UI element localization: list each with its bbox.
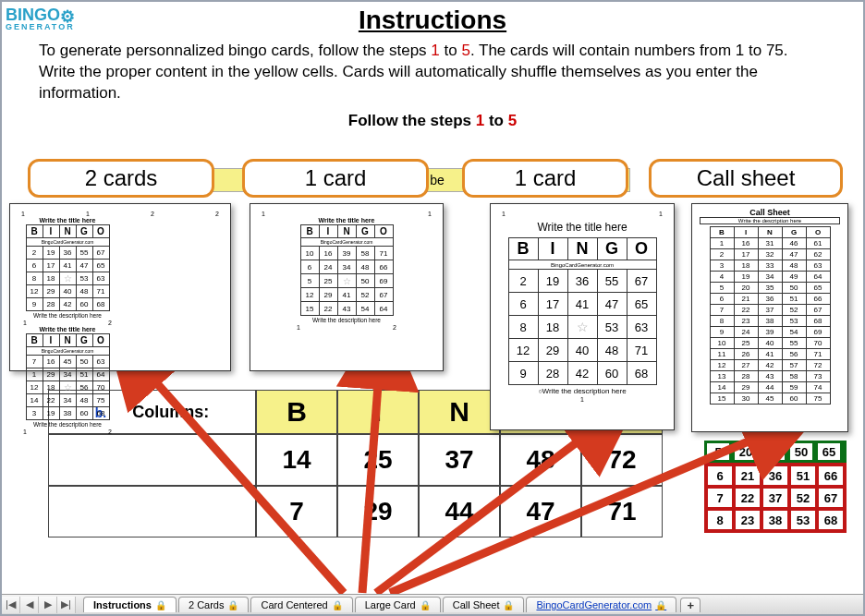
lock-icon: 🔒 bbox=[655, 600, 666, 610]
green-row: 520355065 bbox=[704, 441, 847, 463]
large-card-desc: Write the description here bbox=[542, 387, 627, 395]
label-1-card-large: 1 card bbox=[462, 159, 628, 198]
logo: BINGO⚙ GENERATOR bbox=[6, 6, 75, 30]
red-cell: 68 bbox=[817, 509, 845, 531]
mini-card-a: Write the title hereBINGOBingoCardGenera… bbox=[18, 217, 117, 326]
green-cell: 35 bbox=[760, 441, 787, 463]
number-row-2: 729444771 bbox=[256, 486, 663, 537]
green-cell: 65 bbox=[815, 441, 843, 463]
logo-text: BINGO bbox=[6, 6, 60, 24]
red-cell: 23 bbox=[734, 509, 761, 531]
pagenum: 1 bbox=[428, 211, 432, 217]
sheet-tab[interactable]: 2 Cards🔒 bbox=[178, 597, 250, 612]
label-call-sheet: Call sheet bbox=[649, 159, 843, 198]
red-cell: 66 bbox=[817, 465, 845, 487]
intro-pre: To generate personnalized bingo cards, f… bbox=[39, 42, 431, 59]
tab-label: Instructions bbox=[93, 599, 152, 610]
tab-label: 2 Cards bbox=[189, 599, 225, 610]
large-card-title: Write the title here bbox=[496, 221, 668, 234]
lock-icon: 🔒 bbox=[503, 600, 514, 610]
yellow-header-cell[interactable]: B bbox=[256, 390, 337, 434]
logo-subtext: GENERATOR bbox=[6, 24, 75, 30]
nav-next-button[interactable]: ▶ bbox=[39, 597, 57, 613]
label-1-card-centered: 1 card bbox=[242, 159, 429, 198]
yellow-header-cell[interactable]: N bbox=[419, 390, 500, 434]
number-cell: 72 bbox=[581, 434, 663, 486]
call-sheet-table: BINGO11631466121732476231833486341934496… bbox=[710, 226, 831, 405]
number-cell: 25 bbox=[337, 434, 419, 486]
follow-five: 5 bbox=[508, 112, 517, 129]
green-cell: 20 bbox=[732, 441, 760, 463]
red-cell: 37 bbox=[761, 487, 789, 509]
intro-step-one: 1 bbox=[431, 42, 439, 59]
pagenum: 1 bbox=[580, 396, 584, 403]
number-cell: 44 bbox=[419, 486, 500, 537]
red-cell: 8 bbox=[706, 509, 734, 531]
red-cell: 52 bbox=[789, 487, 817, 509]
pagenum: 1 bbox=[21, 211, 25, 217]
sheet-tab[interactable]: Card Centered🔒 bbox=[250, 597, 352, 612]
follow-steps: Follow the steps 1 to 5 bbox=[2, 112, 863, 130]
tab-label: Card Centered bbox=[261, 599, 327, 610]
number-cell: 7 bbox=[256, 486, 337, 537]
lock-icon: 🔒 bbox=[420, 600, 431, 610]
thumbnail-large-card: 11 Write the title here BINGOBingoCardGe… bbox=[490, 203, 675, 430]
sheet-tab[interactable]: Instructions🔒 bbox=[83, 597, 177, 612]
pagenum: 1 bbox=[502, 211, 506, 217]
yellow-header-cell[interactable]: I bbox=[337, 390, 419, 434]
pagenum: 1 bbox=[86, 211, 90, 217]
follow-pre: Follow the steps bbox=[348, 112, 476, 129]
number-cell: 29 bbox=[337, 486, 419, 537]
lock-icon: 🔒 bbox=[155, 600, 166, 610]
mini-card-b: Write the title hereBINGOBingoCardGenera… bbox=[18, 326, 117, 435]
number-cell: 14 bbox=[256, 434, 337, 486]
red-cell: 22 bbox=[734, 487, 761, 509]
pagenum: 2 bbox=[151, 211, 154, 217]
thumbnail-card-centered: 11 Write the title hereBINGOBingoCardGen… bbox=[250, 203, 444, 371]
red-cell: 21 bbox=[734, 465, 761, 487]
red-cell: 67 bbox=[817, 487, 845, 509]
call-sheet-title: Call Sheet bbox=[696, 208, 844, 217]
call-sheet-desc: Write the description here bbox=[700, 217, 840, 224]
number-cell: 48 bbox=[500, 434, 581, 486]
thumbnail-2-cards: 1122 Write the title hereBINGOBingoCardG… bbox=[9, 203, 231, 371]
sheet-tab[interactable]: Call Sheet🔒 bbox=[443, 597, 525, 612]
tab-label: Call Sheet bbox=[453, 599, 500, 610]
add-sheet-button[interactable]: + bbox=[680, 598, 701, 612]
nav-prev-button[interactable]: ◀ bbox=[20, 597, 39, 613]
lock-icon: 🔒 bbox=[227, 600, 238, 610]
tab-label: BingoCardGenerator.com bbox=[536, 599, 652, 610]
pagenum: 1 bbox=[659, 211, 663, 217]
pagenum: 2 bbox=[215, 211, 219, 217]
red-cell: 53 bbox=[789, 509, 817, 531]
red-cell: 36 bbox=[761, 465, 789, 487]
nav-last-button[interactable]: ▶| bbox=[57, 597, 76, 613]
nav-first-button[interactable]: |◀ bbox=[2, 597, 20, 613]
side-board: 520355065 621365166722375267823385368 bbox=[704, 441, 847, 533]
number-row-1: 1425374872 bbox=[256, 434, 663, 486]
sheet-tab[interactable]: Large Card🔒 bbox=[355, 597, 441, 612]
intro-step-five: 5 bbox=[461, 42, 469, 59]
pagenum: 1 bbox=[262, 211, 265, 217]
number-cell: 37 bbox=[419, 434, 500, 486]
sheet-tab-bar: |◀ ◀ ▶ ▶| Instructions🔒2 Cards🔒Card Cent… bbox=[2, 594, 863, 614]
follow-one: 1 bbox=[476, 112, 484, 129]
red-rows: 621365166722375267823385368 bbox=[704, 463, 847, 533]
green-cell: 50 bbox=[787, 441, 815, 463]
green-cell: 5 bbox=[704, 441, 732, 463]
red-cell: 51 bbox=[789, 465, 817, 487]
number-cell: 71 bbox=[581, 486, 663, 537]
page-title: Instructions bbox=[2, 6, 863, 35]
tabs-holder: Instructions🔒2 Cards🔒Card Centered🔒Large… bbox=[83, 597, 678, 612]
mini-card-c: Write the title hereBINGOBingoCardGenera… bbox=[291, 217, 402, 331]
intro-text: To generate personnalized bingo cards, f… bbox=[39, 41, 826, 104]
sheet-tab[interactable]: BingoCardGenerator.com🔒 bbox=[526, 597, 676, 612]
lock-icon: 🔒 bbox=[332, 600, 343, 610]
follow-mid: to bbox=[484, 112, 508, 129]
tab-label: Large Card bbox=[365, 599, 416, 610]
large-card-table: BINGOBingoCardGenerator.com2193655676174… bbox=[508, 237, 657, 385]
thumbnail-call-sheet: Call Sheet Write the description here BI… bbox=[691, 203, 848, 432]
red-cell: 6 bbox=[706, 465, 734, 487]
number-cell: 47 bbox=[500, 486, 581, 537]
intro-mid: to bbox=[440, 42, 462, 59]
